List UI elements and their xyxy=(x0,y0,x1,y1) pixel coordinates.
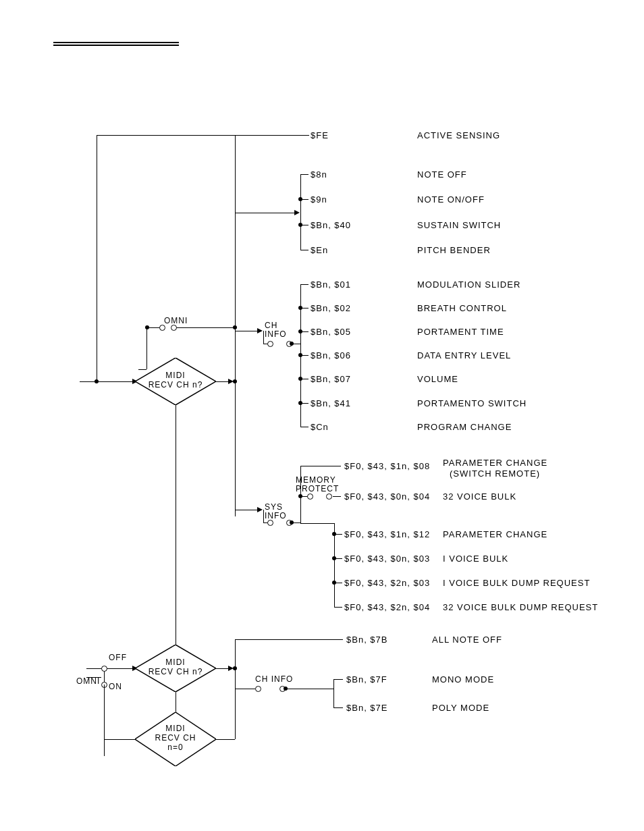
desc-bn7f: MONO MODE xyxy=(432,674,494,685)
desc-en: PITCH BENDER xyxy=(417,245,491,255)
label-off: OFF xyxy=(109,653,127,662)
desc-fe: ACTIVE SENSING xyxy=(417,130,500,140)
label-ch-info: CHINFO xyxy=(265,321,287,339)
desc-bn40: SUSTAIN SWITCH xyxy=(417,220,501,230)
desc-bn7e: POLY MODE xyxy=(432,703,489,713)
label-memory-protect: MEMORYPROTECT xyxy=(296,476,339,493)
code-bn07: $Bn, $07 xyxy=(311,374,351,384)
code-bn7e: $Bn, $7E xyxy=(346,703,388,713)
code-en: $En xyxy=(311,245,328,255)
diamond-midi-recv-1-text: MIDIRECV CH n? xyxy=(145,371,206,390)
desc-f0-2n-03: I VOICE BULK DUMP REQUEST xyxy=(443,578,590,588)
desc-bn01: MODULATION SLIDER xyxy=(417,279,520,290)
code-bn41: $Bn, $41 xyxy=(311,398,351,408)
diamond-midi-recv-n0-text: MIDIRECV CHn=0 xyxy=(149,724,203,752)
code-f0-0n-03: $F0, $43, $0n, $03 xyxy=(344,554,430,564)
desc-bn7b: ALL NOTE OFF xyxy=(432,635,502,645)
desc-bn07: VOLUME xyxy=(417,374,458,384)
diamond-midi-recv-2-text: MIDIRECV CH n? xyxy=(145,658,206,676)
desc-f0-0n-04: 32 VOICE BULK xyxy=(443,491,516,502)
code-f0-0n-04: $F0, $43, $0n, $04 xyxy=(344,491,430,502)
code-bn05: $Bn, $05 xyxy=(311,327,351,337)
desc-f0-0n-03: I VOICE BULK xyxy=(443,554,508,564)
label-sys-info: SYSINFO xyxy=(265,503,287,520)
code-f0-2n-04: $F0, $43, $2n, $04 xyxy=(344,602,430,612)
desc-9n: NOTE ON/OFF xyxy=(417,194,485,205)
desc-bn05: PORTAMENT TIME xyxy=(417,327,504,337)
page: { "messages": { "fe": { "code": "$FE", "… xyxy=(0,0,644,831)
code-bn01: $Bn, $01 xyxy=(311,279,351,290)
desc-bn02: BREATH CONTROL xyxy=(417,303,507,313)
code-fe: $FE xyxy=(311,130,329,140)
code-f0-2n-03: $F0, $43, $2n, $03 xyxy=(344,578,430,588)
code-bn7f: $Bn, $7F xyxy=(346,674,387,685)
code-bn02: $Bn, $02 xyxy=(311,303,351,313)
desc-cn: PROGRAM CHANGE xyxy=(417,422,512,432)
header-rule xyxy=(53,42,179,46)
desc-bn41: PORTAMENTO SWITCH xyxy=(417,398,527,408)
label-omni2: OMNI xyxy=(76,676,100,686)
desc-8n: NOTE OFF xyxy=(417,169,467,180)
code-bn7b: $Bn, $7B xyxy=(346,635,388,645)
label-ch-info-2: CH INFO xyxy=(255,675,293,684)
desc-f0-1n-12: PARAMETER CHANGE xyxy=(443,529,547,539)
code-bn40: $Bn, $40 xyxy=(311,220,351,230)
code-f0-1n-08: $F0, $43, $1n, $08 xyxy=(344,461,430,471)
code-bn06: $Bn, $06 xyxy=(311,350,351,360)
desc-f0-1n-08-2: (SWITCH REMOTE) xyxy=(450,468,540,479)
desc-f0-2n-04: 32 VOICE BULK DUMP REQUEST xyxy=(443,602,598,612)
code-cn: $Cn xyxy=(311,422,329,432)
code-9n: $9n xyxy=(311,194,327,205)
label-on: ON xyxy=(109,682,122,691)
code-f0-1n-12: $F0, $43, $1n, $12 xyxy=(344,529,430,539)
desc-f0-1n-08: PARAMETER CHANGE xyxy=(443,458,547,468)
code-8n: $8n xyxy=(311,169,327,180)
desc-bn06: DATA ENTRY LEVEL xyxy=(417,350,511,360)
label-omni: OMNI xyxy=(164,316,188,325)
